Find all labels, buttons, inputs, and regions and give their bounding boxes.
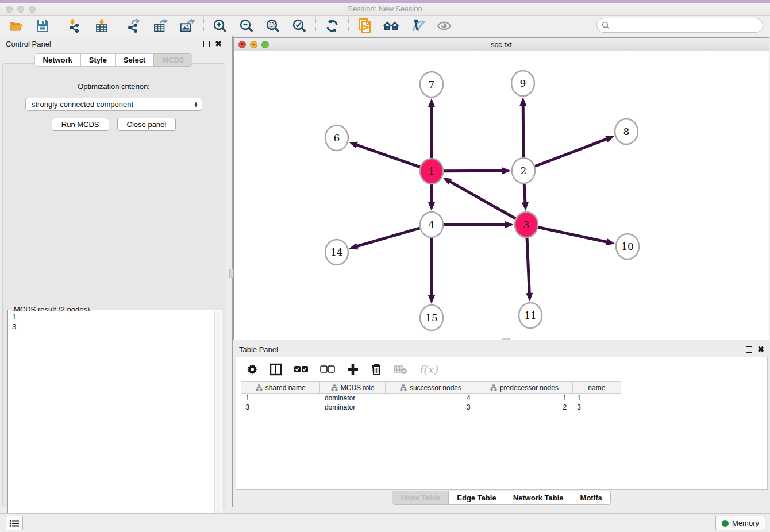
tab-motifs[interactable]: Motifs [572,491,611,505]
graph-edge-3-10[interactable] [538,227,609,242]
titlebar: Session: New Session [0,3,770,16]
add-column-icon[interactable] [346,363,359,376]
close-table-panel-icon[interactable]: ✖ [757,345,764,353]
node-label: 3 [523,219,530,230]
import-table-icon[interactable] [94,18,110,34]
node-table[interactable]: shared name MCDS role successor nodes pr… [241,381,621,412]
graph-node-3[interactable]: 3 [515,212,538,237]
open-session-icon[interactable] [8,18,24,34]
show-all-icon[interactable] [436,18,452,34]
edge-arrowhead [522,202,529,211]
memory-button[interactable]: Memory [715,516,765,530]
graph-node-10[interactable]: 10 [616,234,639,259]
network-view-window: ✕ – + scc.txt 7968124314101511 [233,37,769,340]
mcds-panel-body: Optimization criterion: strongly connect… [2,63,225,507]
close-panel-button[interactable]: Close panel [117,118,176,131]
delete-table-icon[interactable] [394,364,407,375]
graph-node-4[interactable]: 4 [420,212,443,237]
search-field[interactable] [596,18,763,33]
criterion-dropdown[interactable]: strongly connected component ▲▼ [25,98,202,111]
graph-edge-2-8[interactable] [535,138,608,166]
result-scrollbar[interactable] [214,311,221,526]
split-column-view-icon[interactable] [270,363,282,376]
export-table-icon[interactable] [153,18,169,34]
tree-icon [256,384,263,391]
table-settings-gear-icon[interactable] [247,364,258,375]
network-window-title: scc.txt [234,40,769,49]
edge-arrowhead [526,293,533,302]
network-canvas[interactable]: 7968124314101511 [234,52,769,340]
panel-list-button[interactable] [6,516,23,530]
status-bar: Memory [0,513,770,532]
duplicate-network-icon[interactable] [357,18,373,34]
column-header-successor-nodes[interactable]: successor nodes [385,382,476,394]
import-network-icon[interactable] [67,18,83,34]
export-image-icon[interactable] [179,18,195,34]
graph-node-11[interactable]: 11 [519,303,542,328]
control-panel: Control Panel ✖ Network Style Select MCD… [0,36,228,507]
edge-arrowhead [605,136,614,142]
tab-mcds[interactable]: MCDS [153,53,192,67]
tab-node-table[interactable]: Node Table [392,491,449,505]
node-label: 14 [330,246,343,258]
zoom-in-icon[interactable] [212,18,228,34]
float-table-panel-icon[interactable] [746,346,752,353]
zoom-fit-icon[interactable] [265,18,281,34]
tree-icon [400,384,407,391]
network-resize-grip[interactable] [502,338,510,340]
table-row[interactable]: 3 dominator 3 2 3 [241,403,621,412]
graph-node-14[interactable]: 14 [325,240,348,265]
graph-node-6[interactable]: 6 [325,125,348,151]
tab-style[interactable]: Style [80,53,116,67]
graph-edge-1-2[interactable] [444,171,504,171]
network-graph[interactable]: 7968124314101511 [234,52,769,340]
edge-arrowhead [606,238,615,245]
graph-node-7[interactable]: 7 [420,72,443,97]
graph-edge-2-3[interactable] [524,184,525,204]
graph-edge-3-11[interactable] [527,238,529,295]
graph-edge-4-14[interactable] [356,228,420,247]
graph-edge-1-6[interactable] [355,144,420,167]
export-network-icon[interactable] [126,18,143,34]
graph-node-9[interactable]: 9 [511,71,534,96]
float-panel-icon[interactable] [203,41,210,47]
graph-node-1[interactable]: 1 [420,159,443,184]
control-panel-tabs: Network Style Select MCDS [0,53,228,67]
close-panel-icon[interactable]: ✖ [215,40,222,48]
graph-edge-2-9[interactable] [523,104,523,157]
zoom-selected-icon[interactable] [291,18,307,34]
column-header-shared-name[interactable]: shared name [241,382,320,394]
column-header-predecessor-nodes[interactable]: predecessor nodes [476,382,573,394]
zoom-out-icon[interactable] [238,18,255,34]
select-all-columns-icon[interactable] [294,365,309,373]
run-mcds-button[interactable]: Run MCDS [52,118,109,131]
network-window-titlebar[interactable]: ✕ – + scc.txt [234,38,769,51]
graph-node-15[interactable]: 15 [420,305,443,330]
hide-selected-icon[interactable] [410,18,426,34]
column-header-mcds-role[interactable]: MCDS role [320,382,385,394]
node-label: 6 [334,132,340,144]
column-header-name[interactable]: name [572,382,621,394]
tab-network-table[interactable]: Network Table [505,491,572,505]
table-row[interactable]: 1 dominator 4 1 1 [241,394,621,403]
graph-edge-3-1[interactable] [449,181,515,219]
tree-icon [490,384,497,391]
refresh-icon[interactable] [324,18,340,34]
optimization-criterion-label: Optimization criterion: [3,82,225,91]
deselect-all-columns-icon[interactable] [320,365,335,373]
save-session-icon[interactable] [34,18,51,34]
control-panel-header: Control Panel ✖ [0,36,228,51]
function-builder-icon[interactable]: f(x) [419,363,438,376]
graph-node-8[interactable]: 8 [615,119,638,144]
search-input[interactable] [612,20,763,31]
first-neighbors-icon[interactable] [383,18,399,34]
delete-column-icon[interactable] [371,363,382,376]
tab-network[interactable]: Network [34,53,81,67]
mcds-result-text[interactable]: 1 3 [9,311,214,526]
memory-status-icon [722,520,729,527]
edge-arrowhead [349,243,358,250]
edge-arrowhead [505,221,514,228]
tab-edge-table[interactable]: Edge Table [448,491,505,505]
graph-node-2[interactable]: 2 [512,158,535,183]
tab-select[interactable]: Select [115,53,154,67]
